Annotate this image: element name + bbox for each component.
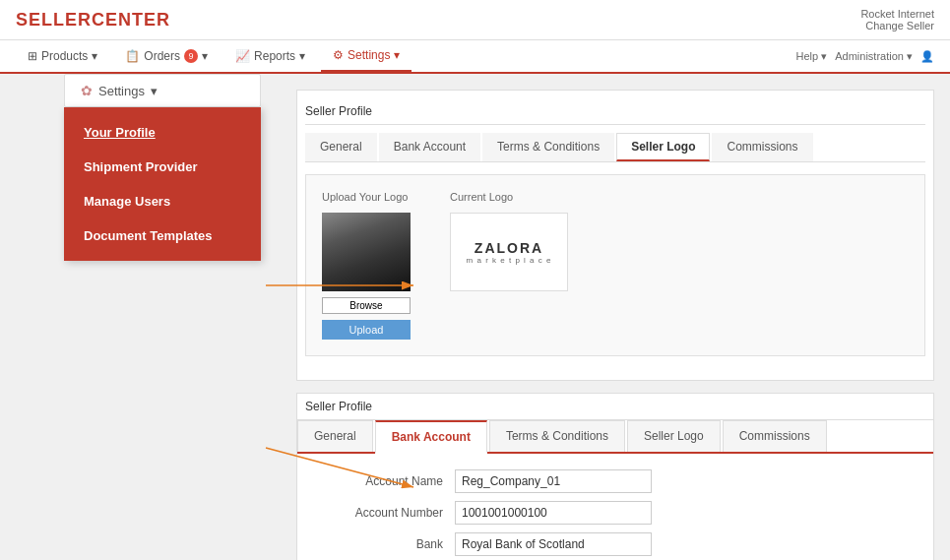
grid-icon: ⊞ (28, 49, 37, 63)
tab-bank-account-1[interactable]: Bank Account (379, 133, 480, 161)
tab-commissions-1[interactable]: Commissions (712, 133, 812, 161)
help-link[interactable]: Help ▾ (796, 50, 828, 63)
chevron-down-icon: ▾ (151, 84, 158, 98)
settings-dropdown: ✿ Settings ▾ Your Profile Shipment Provi… (64, 74, 261, 261)
chevron-down-icon: ▾ (202, 49, 208, 63)
orders-badge: 9 (184, 49, 198, 63)
settings-label: Settings (98, 84, 145, 98)
menu-item-manage-users[interactable]: Manage Users (64, 184, 261, 218)
gear-icon: ✿ (81, 83, 93, 98)
tabs-1: General Bank Account Terms & Conditions … (305, 133, 925, 162)
seller-profile-section-1: Seller Profile General Bank Account Term… (296, 90, 934, 381)
content: ✿ Settings ▾ Your Profile Shipment Provi… (0, 74, 950, 560)
current-logo-box: ZALORA m a r k e t p l a c e (450, 213, 568, 291)
label-account-number: Account Number (337, 506, 455, 520)
upload-area: Upload Your Logo Browse Upload (322, 191, 411, 340)
settings-button[interactable]: ✿ Settings ▾ (64, 74, 261, 107)
orders-icon: 📋 (125, 49, 140, 63)
logo: SELLERCENTER (16, 10, 170, 31)
section-title-2: Seller Profile (297, 394, 933, 420)
tab-general-1[interactable]: General (305, 133, 377, 161)
form-area: Account Name Account Number Bank Bank Co… (297, 454, 933, 560)
logo-seller: SELLER (16, 10, 92, 30)
input-account-name[interactable] (455, 469, 652, 493)
nav-reports[interactable]: 📈 Reports ▾ (223, 40, 317, 72)
upload-button[interactable]: Upload (322, 320, 411, 340)
header: SELLERCENTER Rocket Internet Change Sell… (0, 0, 950, 40)
zalora-sub: m a r k e t p l a c e (467, 256, 552, 265)
nav-products[interactable]: ⊞ Products ▾ (16, 40, 109, 72)
menu-item-your-profile[interactable]: Your Profile (64, 115, 261, 150)
section-title-1: Seller Profile (305, 98, 925, 125)
user-info: Rocket Internet Change Seller (860, 8, 934, 31)
navbar: ⊞ Products ▾ 📋 Orders 9 ▾ 📈 Reports ▾ ⚙ … (0, 40, 950, 74)
nav-orders[interactable]: 📋 Orders 9 ▾ (113, 40, 220, 72)
nav-left: ⊞ Products ▾ 📋 Orders 9 ▾ 📈 Reports ▾ ⚙ … (16, 40, 412, 72)
tab-general-2[interactable]: General (297, 420, 373, 452)
tabs-2: General Bank Account Terms & Conditions … (297, 420, 933, 454)
user-name: Rocket Internet (860, 8, 934, 20)
tab-commissions-2[interactable]: Commissions (723, 420, 827, 452)
label-account-name: Account Name (337, 474, 455, 488)
admin-link[interactable]: Administration ▾ (835, 50, 913, 63)
form-row-account-name: Account Name (337, 469, 894, 493)
form-row-account-number: Account Number (337, 501, 894, 525)
user-action: Change Seller (860, 20, 934, 31)
logo-section: Upload Your Logo Browse Upload Current L… (305, 174, 925, 356)
gear-icon: ⚙ (333, 48, 344, 62)
logo-center: CENTER (92, 10, 170, 30)
nav-right: Help ▾ Administration ▾ 👤 (796, 50, 934, 63)
upload-label: Upload Your Logo (322, 191, 411, 203)
menu-item-document-templates[interactable]: Document Templates (64, 218, 261, 253)
menu-item-shipment-provider[interactable]: Shipment Provider (64, 150, 261, 184)
tab-bank-account-2[interactable]: Bank Account (375, 420, 487, 454)
current-logo-area: Current Logo ZALORA m a r k e t p l a c … (450, 191, 568, 340)
zalora-text: ZALORA (475, 240, 543, 256)
tab-terms-2[interactable]: Terms & Conditions (489, 420, 625, 452)
input-bank[interactable] (455, 532, 652, 556)
label-bank: Bank (337, 537, 455, 551)
tab-terms-1[interactable]: Terms & Conditions (482, 133, 614, 161)
current-label: Current Logo (450, 191, 568, 203)
chevron-down-icon: ▾ (299, 49, 305, 63)
browse-button[interactable]: Browse (322, 297, 411, 314)
seller-profile-section-2: Seller Profile General Bank Account Term… (296, 393, 934, 560)
main-panel: Seller Profile General Bank Account Term… (281, 82, 950, 560)
input-account-number[interactable] (455, 501, 652, 525)
settings-menu: Your Profile Shipment Provider Manage Us… (64, 107, 261, 261)
nav-settings[interactable]: ⚙ Settings ▾ (321, 40, 412, 72)
chevron-down-icon: ▾ (394, 48, 400, 62)
preview-image (322, 213, 411, 291)
tab-seller-logo-2[interactable]: Seller Logo (627, 420, 721, 452)
tab-seller-logo-1[interactable]: Seller Logo (616, 133, 710, 161)
user-icon: 👤 (920, 50, 934, 63)
upload-preview (322, 213, 411, 291)
form-row-bank: Bank (337, 532, 894, 556)
chevron-down-icon: ▾ (92, 49, 97, 63)
reports-icon: 📈 (235, 49, 250, 63)
